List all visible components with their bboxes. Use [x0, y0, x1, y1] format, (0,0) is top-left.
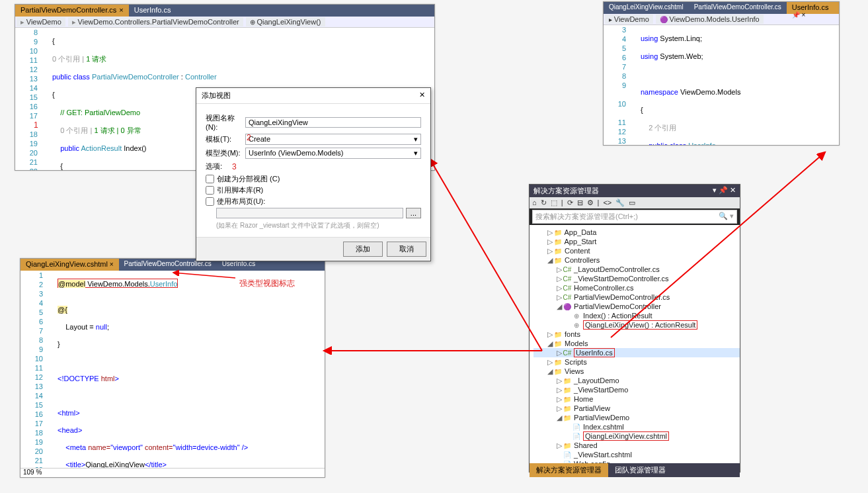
close-icon[interactable]: ✕: [419, 91, 425, 101]
svg-line-1: [430, 159, 542, 351]
dialog-title: 添加视图: [202, 91, 231, 101]
svg-line-2: [611, 152, 825, 337]
annotation-2: 2: [247, 133, 251, 142]
tab-view[interactable]: QiangLeiXingView.cshtml: [604, 2, 689, 14]
tab-userinfo[interactable]: UserInfo.cs 📌 ×: [787, 2, 839, 14]
code-area[interactable]: using System.Linq; using System.Web; nam…: [629, 25, 756, 145]
tab-controller[interactable]: PartialViewDemoController.cs: [689, 2, 787, 14]
tab-team-explorer[interactable]: 团队资源管理器: [608, 463, 672, 477]
crumb-project[interactable]: ▸ ViewDemo: [17, 17, 65, 26]
tab-userinfo[interactable]: UserInfo.cs: [129, 5, 177, 17]
add-button[interactable]: 添加: [343, 242, 383, 257]
tree-node[interactable]: 📄 _ViewStart.cshtml: [533, 450, 740, 459]
props-icon[interactable]: ⚙: [587, 199, 594, 207]
chevron-down-icon: ▾: [414, 135, 418, 144]
nav-icon[interactable]: ⬚: [551, 199, 557, 207]
tab-solution-explorer[interactable]: 解决方案资源管理器: [530, 463, 608, 477]
chk-layout[interactable]: [206, 197, 214, 206]
crumb-project[interactable]: ▸ ViewDemo: [605, 15, 653, 24]
label-template: 模板(T):: [206, 134, 245, 144]
browse-button[interactable]: ...: [406, 208, 421, 218]
annotation-3: 3: [232, 162, 237, 171]
tree-node[interactable]: ▷📁 Home: [533, 394, 740, 404]
chevron-down-icon: ▾: [414, 149, 418, 157]
layout-path-input: [216, 208, 403, 218]
label-modelclass: 模型类(M):: [206, 148, 245, 158]
add-view-dialog: 添加视图✕ 视图名称(N): 模板(T):2Create▾ 模型类(M):Use…: [196, 87, 431, 261]
tree-node[interactable]: ◢📁 PartialViewDemo: [533, 413, 740, 422]
tab-view[interactable]: QiangLeiXingView.cshtml ×: [20, 259, 119, 271]
annotation-1: 1: [34, 120, 38, 130]
tree-node[interactable]: ▷📁 _LayoutDemo: [533, 376, 740, 385]
code-area[interactable]: { 0 个引用 | 1 请求 public class PartialViewD…: [40, 28, 217, 170]
template-combo[interactable]: Create▾: [245, 134, 421, 145]
status-zoom: 109 %: [20, 468, 325, 476]
crumb-method[interactable]: ⊕ QiangLeiXingView(): [246, 17, 325, 26]
line-gutter: 345678910111213: [604, 25, 629, 145]
se-bottom-tabs: 解决方案资源管理器 团队资源管理器: [530, 463, 740, 477]
collapse-icon[interactable]: ⊟: [577, 199, 583, 207]
chk-script[interactable]: [206, 186, 214, 195]
editor-panel-view: QiangLeiXingView.cshtml × PartialViewDem…: [20, 258, 325, 478]
crumb-class[interactable]: 🟣 ViewDemo.Models.UserInfo: [656, 15, 764, 24]
tree-node[interactable]: ▷📁 Scripts: [533, 357, 740, 367]
tree-node[interactable]: ▷C# UserInfo.cs: [533, 348, 740, 357]
model-class-combo[interactable]: UserInfo (ViewDemo.Models)▾: [245, 148, 421, 159]
label-viewname: 视图名称(N):: [206, 113, 245, 131]
tree-node[interactable]: ◢📁 Views: [533, 367, 740, 376]
tree-node[interactable]: ▷📁 Shared: [533, 441, 740, 450]
line-gutter: 891011121314151617181920212223: [15, 28, 40, 170]
tree-node[interactable]: 📄 QiangLeiXingView.cshtml: [533, 431, 740, 441]
label-options: 选项:: [206, 161, 245, 171]
sync-icon[interactable]: ⟳: [567, 199, 573, 207]
chk-partial[interactable]: [206, 175, 214, 183]
tree-node[interactable]: ▷📁 _ViewStartDemo: [533, 385, 740, 394]
tree-node[interactable]: 📄 Index.cshtml: [533, 422, 740, 431]
tree-node[interactable]: ▷📁 PartialView: [533, 404, 740, 413]
view-name-input[interactable]: [245, 117, 421, 128]
tabstrip: QiangLeiXingView.cshtml PartialViewDemoC…: [604, 2, 839, 14]
tab-controller[interactable]: PartialViewDemoController.cs×: [15, 5, 129, 17]
code-area[interactable]: @model ViewDemo.Models.UserInfo @{ Layou…: [46, 271, 298, 468]
breadcrumb: ▸ ViewDemo ▸ ViewDemo.Controllers.Partia…: [15, 17, 434, 28]
editor-panel-userinfo: QiangLeiXingView.cshtml PartialViewDemoC…: [603, 1, 840, 146]
annotation-strongtype: 强类型视图标志: [239, 278, 295, 289]
crumb-class[interactable]: ▸ ViewDemo.Controllers.PartialViewDemoCo…: [68, 17, 243, 26]
tabstrip: PartialViewDemoController.cs× UserInfo.c…: [15, 5, 434, 17]
cancel-button[interactable]: 取消: [387, 242, 426, 257]
svg-line-3: [173, 273, 235, 278]
line-gutter: 1234567891011121314151617181920212223242…: [20, 271, 46, 468]
layout-hint: (如果在 Razor _viewstart 文件中设置了此选项，则留空): [216, 221, 421, 230]
